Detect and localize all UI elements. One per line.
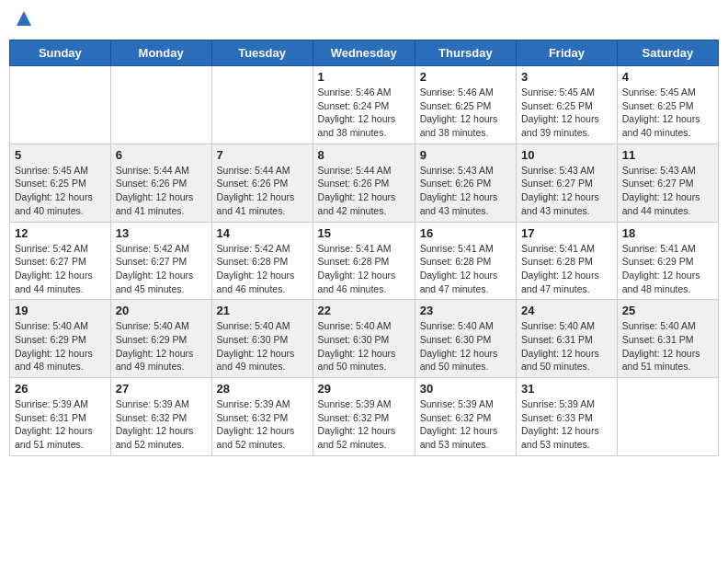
- day-number: 9: [420, 148, 511, 162]
- logo-general: [13, 9, 33, 32]
- calendar-cell: 23Sunrise: 5:40 AM Sunset: 6:30 PM Dayli…: [415, 300, 516, 378]
- calendar-cell: 12Sunrise: 5:42 AM Sunset: 6:27 PM Dayli…: [10, 222, 111, 300]
- days-header-row: SundayMondayTuesdayWednesdayThursdayFrid…: [10, 40, 719, 66]
- day-number: 11: [622, 148, 713, 162]
- day-info: Sunrise: 5:39 AM Sunset: 6:33 PM Dayligh…: [521, 397, 612, 452]
- calendar-cell: 6Sunrise: 5:44 AM Sunset: 6:26 PM Daylig…: [110, 144, 211, 222]
- day-info: Sunrise: 5:44 AM Sunset: 6:26 PM Dayligh…: [217, 164, 308, 218]
- day-header-thursday: Thursday: [415, 40, 516, 66]
- day-number: 29: [318, 382, 410, 396]
- day-info: Sunrise: 5:39 AM Sunset: 6:32 PM Dayligh…: [116, 397, 207, 452]
- day-header-monday: Monday: [110, 40, 211, 66]
- day-info: Sunrise: 5:43 AM Sunset: 6:26 PM Dayligh…: [420, 164, 511, 218]
- day-info: Sunrise: 5:39 AM Sunset: 6:32 PM Dayligh…: [420, 397, 511, 452]
- day-info: Sunrise: 5:41 AM Sunset: 6:28 PM Dayligh…: [420, 242, 511, 296]
- calendar-cell: 30Sunrise: 5:39 AM Sunset: 6:32 PM Dayli…: [415, 378, 516, 456]
- svg-marker-0: [17, 11, 31, 26]
- calendar-cell: 11Sunrise: 5:43 AM Sunset: 6:27 PM Dayli…: [617, 144, 718, 222]
- day-number: 23: [420, 304, 511, 317]
- calendar-cell: 10Sunrise: 5:43 AM Sunset: 6:27 PM Dayli…: [517, 144, 618, 222]
- day-info: Sunrise: 5:44 AM Sunset: 6:26 PM Dayligh…: [318, 164, 410, 218]
- day-info: Sunrise: 5:42 AM Sunset: 6:27 PM Dayligh…: [15, 242, 106, 296]
- day-number: 14: [217, 226, 308, 240]
- page-header: [9, 9, 719, 32]
- day-number: 22: [318, 304, 410, 317]
- day-info: Sunrise: 5:45 AM Sunset: 6:25 PM Dayligh…: [15, 164, 106, 218]
- day-number: 25: [622, 304, 713, 317]
- calendar-cell: 25Sunrise: 5:40 AM Sunset: 6:31 PM Dayli…: [617, 300, 718, 378]
- day-number: 21: [217, 304, 308, 317]
- day-number: 30: [420, 382, 511, 396]
- day-info: Sunrise: 5:42 AM Sunset: 6:28 PM Dayligh…: [217, 242, 308, 296]
- day-header-saturday: Saturday: [617, 40, 718, 66]
- day-number: 2: [420, 70, 511, 84]
- calendar-cell: 7Sunrise: 5:44 AM Sunset: 6:26 PM Daylig…: [211, 144, 313, 222]
- calendar-cell: [617, 378, 718, 456]
- day-header-sunday: Sunday: [10, 40, 111, 66]
- day-number: 31: [521, 382, 612, 396]
- day-number: 4: [622, 70, 713, 84]
- day-number: 12: [15, 226, 106, 240]
- calendar-cell: 1Sunrise: 5:46 AM Sunset: 6:24 PM Daylig…: [313, 66, 415, 144]
- calendar-cell: 4Sunrise: 5:45 AM Sunset: 6:25 PM Daylig…: [617, 66, 718, 144]
- day-info: Sunrise: 5:46 AM Sunset: 6:24 PM Dayligh…: [318, 86, 410, 140]
- day-info: Sunrise: 5:39 AM Sunset: 6:32 PM Dayligh…: [318, 397, 410, 452]
- calendar-cell: 24Sunrise: 5:40 AM Sunset: 6:31 PM Dayli…: [517, 300, 618, 378]
- day-number: 3: [521, 70, 612, 84]
- calendar-cell: 28Sunrise: 5:39 AM Sunset: 6:32 PM Dayli…: [211, 378, 313, 456]
- calendar-cell: 18Sunrise: 5:41 AM Sunset: 6:29 PM Dayli…: [617, 222, 718, 300]
- day-info: Sunrise: 5:45 AM Sunset: 6:25 PM Dayligh…: [521, 86, 612, 140]
- logo: [13, 9, 35, 32]
- day-number: 15: [318, 226, 410, 240]
- day-number: 18: [622, 226, 713, 240]
- day-number: 27: [116, 382, 207, 396]
- day-number: 13: [116, 226, 207, 240]
- calendar-cell: 16Sunrise: 5:41 AM Sunset: 6:28 PM Dayli…: [415, 222, 516, 300]
- day-number: 17: [521, 226, 612, 240]
- day-number: 10: [521, 148, 612, 162]
- calendar-cell: 13Sunrise: 5:42 AM Sunset: 6:27 PM Dayli…: [110, 222, 211, 300]
- day-info: Sunrise: 5:40 AM Sunset: 6:30 PM Dayligh…: [217, 319, 308, 373]
- day-info: Sunrise: 5:46 AM Sunset: 6:25 PM Dayligh…: [420, 86, 511, 140]
- day-info: Sunrise: 5:40 AM Sunset: 6:31 PM Dayligh…: [521, 319, 612, 373]
- day-info: Sunrise: 5:39 AM Sunset: 6:31 PM Dayligh…: [15, 397, 106, 452]
- logo-icon: [15, 9, 33, 28]
- day-info: Sunrise: 5:41 AM Sunset: 6:29 PM Dayligh…: [622, 242, 713, 296]
- day-info: Sunrise: 5:39 AM Sunset: 6:32 PM Dayligh…: [217, 397, 308, 452]
- day-info: Sunrise: 5:41 AM Sunset: 6:28 PM Dayligh…: [521, 242, 612, 296]
- calendar-cell: 14Sunrise: 5:42 AM Sunset: 6:28 PM Dayli…: [211, 222, 313, 300]
- calendar-week-5: 26Sunrise: 5:39 AM Sunset: 6:31 PM Dayli…: [10, 378, 719, 456]
- calendar-table: SundayMondayTuesdayWednesdayThursdayFrid…: [9, 40, 719, 456]
- calendar-week-1: 1Sunrise: 5:46 AM Sunset: 6:24 PM Daylig…: [10, 66, 719, 144]
- calendar-cell: [110, 66, 211, 144]
- calendar-cell: [10, 66, 111, 144]
- day-number: 5: [15, 148, 106, 162]
- day-info: Sunrise: 5:40 AM Sunset: 6:30 PM Dayligh…: [420, 319, 511, 373]
- day-number: 24: [521, 304, 612, 317]
- day-header-wednesday: Wednesday: [313, 40, 415, 66]
- calendar-cell: [211, 66, 313, 144]
- day-info: Sunrise: 5:40 AM Sunset: 6:29 PM Dayligh…: [15, 319, 106, 373]
- calendar-cell: 15Sunrise: 5:41 AM Sunset: 6:28 PM Dayli…: [313, 222, 415, 300]
- day-number: 7: [217, 148, 308, 162]
- calendar-cell: 20Sunrise: 5:40 AM Sunset: 6:29 PM Dayli…: [110, 300, 211, 378]
- day-info: Sunrise: 5:43 AM Sunset: 6:27 PM Dayligh…: [622, 164, 713, 218]
- calendar-cell: 8Sunrise: 5:44 AM Sunset: 6:26 PM Daylig…: [313, 144, 415, 222]
- calendar-cell: 21Sunrise: 5:40 AM Sunset: 6:30 PM Dayli…: [211, 300, 313, 378]
- day-number: 19: [15, 304, 106, 317]
- day-info: Sunrise: 5:40 AM Sunset: 6:31 PM Dayligh…: [622, 319, 713, 373]
- day-info: Sunrise: 5:40 AM Sunset: 6:30 PM Dayligh…: [318, 319, 410, 373]
- calendar-week-4: 19Sunrise: 5:40 AM Sunset: 6:29 PM Dayli…: [10, 300, 719, 378]
- calendar-week-3: 12Sunrise: 5:42 AM Sunset: 6:27 PM Dayli…: [10, 222, 719, 300]
- calendar-cell: 22Sunrise: 5:40 AM Sunset: 6:30 PM Dayli…: [313, 300, 415, 378]
- day-header-tuesday: Tuesday: [211, 40, 313, 66]
- calendar-cell: 26Sunrise: 5:39 AM Sunset: 6:31 PM Dayli…: [10, 378, 111, 456]
- day-header-friday: Friday: [517, 40, 618, 66]
- calendar-week-2: 5Sunrise: 5:45 AM Sunset: 6:25 PM Daylig…: [10, 144, 719, 222]
- calendar-cell: 31Sunrise: 5:39 AM Sunset: 6:33 PM Dayli…: [517, 378, 618, 456]
- calendar-cell: 29Sunrise: 5:39 AM Sunset: 6:32 PM Dayli…: [313, 378, 415, 456]
- day-number: 26: [15, 382, 106, 396]
- calendar-cell: 17Sunrise: 5:41 AM Sunset: 6:28 PM Dayli…: [517, 222, 618, 300]
- calendar-cell: 9Sunrise: 5:43 AM Sunset: 6:26 PM Daylig…: [415, 144, 516, 222]
- day-info: Sunrise: 5:42 AM Sunset: 6:27 PM Dayligh…: [116, 242, 207, 296]
